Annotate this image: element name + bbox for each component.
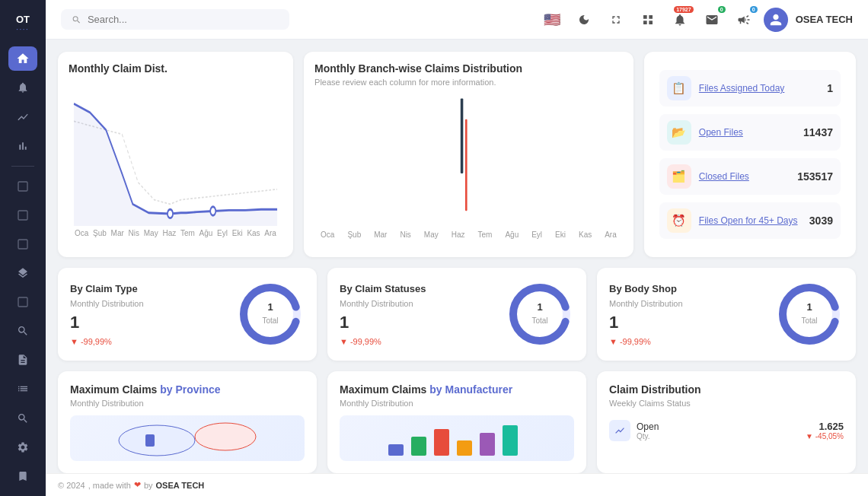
claim-statuses-title: By Claim Statuses: [340, 283, 426, 294]
claim-type-sub: Monthly Distribution: [70, 299, 144, 308]
claim-distribution-sub: Weekly Claims Status: [609, 399, 844, 408]
svg-rect-1: [18, 211, 27, 220]
branch-claims-chart: [314, 94, 623, 227]
files-open-45-value: 3039: [809, 215, 833, 227]
claim-type-donut: 1 Total: [236, 280, 305, 348]
max-claims-manufacturer-highlight: by Manufacturer: [426, 383, 512, 396]
svg-rect-20: [434, 429, 449, 456]
branch-claims-card: Monthly Branch-wise Claims Distribution …: [304, 52, 633, 257]
mail-icon[interactable]: 0: [700, 8, 724, 32]
content-area: Monthly Claim Dist. Oca: [46, 40, 868, 473]
claim-dist-text-open: Open Qty.: [637, 421, 659, 440]
sidebar-item-home[interactable]: [8, 46, 37, 71]
files-open-45-label[interactable]: Files Open for 45+ Days: [699, 215, 802, 226]
manufacturer-chart-svg: [381, 418, 533, 459]
claim-type-title: By Claim Type: [70, 283, 144, 294]
sidebar: OT ····: [0, 0, 46, 496]
claim-dist-icon-open: [609, 420, 630, 441]
sidebar-item-list[interactable]: [8, 377, 37, 401]
sidebar-item-barchart[interactable]: [8, 134, 37, 158]
mail-badge: 0: [718, 6, 726, 13]
sidebar-item-search2[interactable]: [8, 406, 37, 431]
expand-icon[interactable]: [604, 8, 628, 32]
branch-claims-labels: Oca Şub Mar Nis May Haz Tem Ağu Eyl Eki …: [314, 227, 623, 239]
last-row: Maximum Claims by Province Monthly Distr…: [58, 371, 856, 473]
footer-made-text: , made with: [88, 481, 131, 490]
claim-dist-right-open: 1.625 ▼ -45,05%: [806, 421, 844, 440]
svg-point-5: [168, 209, 173, 218]
sidebar-logo: OT ····: [16, 8, 30, 42]
open-files-icon: 📂: [667, 120, 691, 145]
stat-closed-files: 🗂️ Closed Files 153517: [659, 158, 841, 195]
files-open-45-icon: ⏰: [667, 208, 691, 233]
closed-files-label[interactable]: Closed Files: [699, 171, 790, 182]
claim-dist-left-open: Open Qty.: [609, 420, 659, 441]
dark-mode-icon[interactable]: [572, 8, 596, 32]
footer-brand: OSEA TECH: [156, 481, 205, 490]
max-claims-province-card: Maximum Claims by Province Monthly Distr…: [58, 371, 317, 473]
sidebar-item-bookmark[interactable]: [8, 464, 37, 488]
svg-point-15: [119, 425, 195, 456]
monthly-claim-dist-title: Monthly Claim Dist.: [69, 62, 282, 75]
metric-cards-row: By Claim Type Monthly Distribution 1 ▼ -…: [58, 268, 856, 361]
flag-icon[interactable]: 🇺🇸: [540, 8, 564, 32]
sidebar-item-window3[interactable]: [8, 232, 37, 256]
sidebar-item-settings[interactable]: [8, 435, 37, 459]
search-icon: [72, 14, 81, 25]
sidebar-item-analytics[interactable]: [8, 104, 37, 129]
max-claims-manufacturer-sub: Monthly Distribution: [340, 399, 574, 408]
claim-dist-value-open: 1.625: [806, 421, 844, 432]
monthly-claim-chart: [69, 78, 282, 226]
svg-rect-0: [18, 182, 27, 191]
grid-icon[interactable]: [636, 8, 660, 32]
search-input[interactable]: [88, 14, 279, 25]
sidebar-item-search[interactable]: [8, 319, 37, 343]
claim-statuses-sub: Monthly Distribution: [340, 299, 426, 308]
monthly-claim-labels: Oca Şub Mar Nis May Haz Tem Ağu Eyl Eki …: [69, 226, 282, 237]
search-box[interactable]: [61, 9, 289, 30]
claim-distribution-title: Claim Distribution: [609, 383, 844, 396]
claim-statuses-change: ▼ -99,99%: [340, 337, 426, 346]
svg-rect-22: [480, 433, 495, 456]
header-icons: 🇺🇸 17927 0: [540, 8, 853, 32]
claim-statuses-donut-label: 1 Total: [531, 301, 547, 327]
sidebar-divider-1: [11, 166, 34, 167]
body-shop-left: By Body Shop Monthly Distribution 1 ▼ -9…: [609, 283, 683, 346]
claim-type-donut-label: 1 Total: [262, 301, 278, 327]
svg-rect-23: [503, 425, 518, 456]
claim-statuses-left: By Claim Statuses Monthly Distribution 1…: [340, 283, 426, 346]
closed-files-icon: 🗂️: [667, 164, 691, 189]
body-shop-number: 1: [609, 313, 683, 332]
claim-dist-change-open: ▼ -45,05%: [806, 432, 844, 440]
svg-rect-17: [145, 434, 155, 447]
open-files-label[interactable]: Open Files: [699, 127, 796, 138]
body-shop-title: By Body Shop: [609, 283, 683, 294]
svg-marker-4: [74, 103, 277, 226]
max-claims-province-highlight: by Province: [157, 383, 220, 396]
sidebar-item-window4[interactable]: [8, 290, 37, 314]
sidebar-item-layers[interactable]: [8, 261, 37, 285]
avatar[interactable]: [764, 8, 788, 32]
megaphone-icon[interactable]: 0: [732, 8, 756, 32]
stat-files-assigned-today: 📋 Files Assigned Today 1: [659, 70, 841, 107]
sidebar-item-bell[interactable]: [8, 75, 37, 100]
stat-open-files: 📂 Open Files 11437: [659, 114, 841, 151]
notification-badge: 17927: [674, 6, 693, 13]
svg-rect-7: [461, 98, 464, 173]
sidebar-item-window2[interactable]: [8, 203, 37, 227]
files-assigned-label[interactable]: Files Assigned Today: [699, 83, 819, 94]
claim-type-left: By Claim Type Monthly Distribution 1 ▼ -…: [70, 283, 144, 346]
main-area: 🇺🇸 17927 0: [46, 0, 868, 496]
max-claims-province-title: Maximum Claims by Province: [70, 383, 305, 396]
body-shop-sub: Monthly Distribution: [609, 299, 683, 308]
footer-heart-icon: ❤: [134, 480, 141, 490]
sidebar-item-file[interactable]: [8, 348, 37, 372]
sidebar-item-window1[interactable]: [8, 174, 37, 199]
body-shop-donut: 1 Total: [775, 280, 844, 348]
claim-statuses-number: 1: [340, 313, 426, 332]
notification-bell-icon[interactable]: 17927: [668, 8, 692, 32]
user-name: OSEA TECH: [796, 14, 853, 25]
stats-panel-card: 📋 Files Assigned Today 1 📂 Open Files 11…: [644, 52, 856, 257]
footer-by: by: [144, 481, 153, 490]
province-map-svg: [111, 418, 263, 459]
